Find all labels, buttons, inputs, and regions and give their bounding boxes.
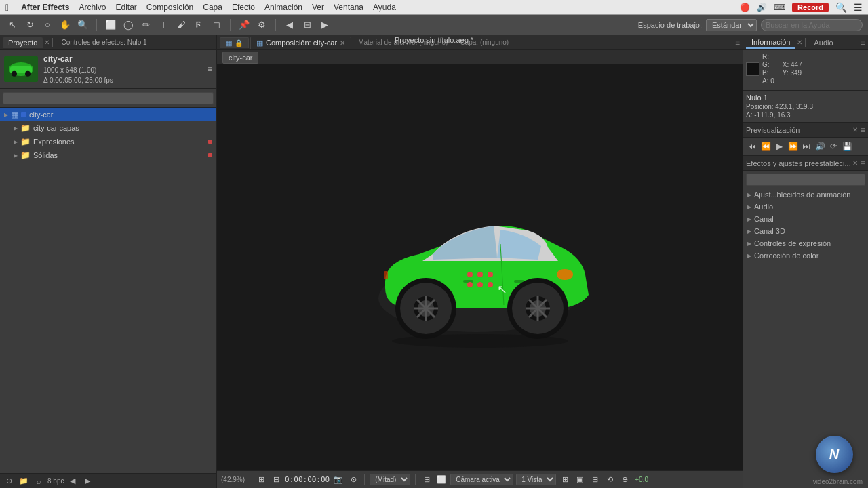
tool-shape-circle[interactable]: ◯ (121, 18, 135, 32)
tool-roto[interactable]: ⚙ (255, 18, 269, 32)
menu-animacion[interactable]: Animación (264, 3, 302, 12)
tool-rotate[interactable]: ↻ (23, 18, 37, 32)
effect-item-ajustes[interactable]: ▶ Ajust...blecidos de animación (743, 188, 868, 201)
prev-loop[interactable]: ⟳ (827, 140, 840, 152)
project-search-input[interactable] (3, 92, 214, 104)
expand-expresiones[interactable]: ▶ (14, 139, 18, 145)
effect-item-color[interactable]: ▶ Corrección de color (743, 249, 868, 262)
tab-info-close[interactable]: ✕ (797, 39, 802, 46)
preview-options[interactable]: ≡ (861, 125, 865, 135)
workspace-select[interactable]: Estándar (706, 19, 757, 31)
svg-point-10 (477, 272, 483, 277)
expand-capas[interactable]: ▶ (14, 125, 18, 131)
record-button[interactable]: Record (792, 3, 829, 12)
effects-search-input[interactable] (746, 174, 865, 186)
tab-audio[interactable]: Audio (808, 37, 838, 48)
effect-item-expresion[interactable]: ▶ Controles de expresión (743, 237, 868, 249)
effect-item-canal3d[interactable]: ▶ Canal 3D (743, 225, 868, 237)
rpanel-options[interactable]: ≡ (861, 38, 865, 47)
tool-text[interactable]: T (157, 18, 170, 32)
tool-align[interactable]: ⊟ (300, 18, 314, 32)
comp-tab-city-car[interactable]: ▦ Composición: city-car ✕ (250, 37, 351, 49)
prev-forward[interactable]: ⏩ (787, 140, 799, 152)
menu-composicion[interactable]: Composición (146, 3, 193, 12)
menubar:  After Effects Archivo Editar Composici… (0, 0, 868, 15)
panel-bottom-next[interactable]: ▶ (81, 475, 94, 487)
list-item-solidas[interactable]: ▶ 📁 Sólidas (0, 148, 216, 162)
vc-btn4[interactable]: ⟲ (604, 474, 616, 486)
tool-pan[interactable]: ✋ (58, 18, 72, 32)
car-artwork: ↖ (351, 180, 609, 356)
vc-toggle-btn[interactable]: ⊞ (420, 474, 433, 486)
prev-skip-forward[interactable]: ⏭ (800, 140, 812, 152)
menubar-icon-keyboard: ⌨ (774, 3, 785, 12)
panel-bottom-new[interactable]: ⊕ (3, 475, 15, 487)
project-options-btn[interactable]: ≡ (208, 64, 212, 74)
vc-btn3[interactable]: ⊟ (589, 474, 601, 486)
vc-grid-btn[interactable]: ⊟ (270, 474, 282, 486)
menu-archivo[interactable]: Archivo (79, 3, 106, 12)
tool-shape-rect[interactable]: ⬜ (104, 18, 117, 32)
vc-resolution-select[interactable]: (Mitad) (370, 474, 410, 485)
tool-eraser[interactable]: ◻ (210, 18, 223, 32)
tab-controles[interactable]: Controles de efectos: Nulo 1 (56, 37, 152, 47)
tool-camera-orbit[interactable]: ○ (41, 18, 54, 32)
panel-bottom-search[interactable]: ⌕ (33, 475, 45, 487)
tool-pin[interactable]: 📌 (237, 18, 251, 32)
vc-fit-btn[interactable]: ⊞ (255, 474, 267, 486)
menu-capa[interactable]: Capa (203, 3, 222, 12)
effect-item-canal[interactable]: ▶ Canal (743, 213, 868, 225)
svg-rect-16 (384, 271, 388, 279)
effects-close[interactable]: ✕ (852, 159, 858, 167)
list-item-city-car[interactable]: ▶ ▦ city-car (0, 108, 216, 121)
vc-cam-btn[interactable]: 📷 (332, 474, 344, 486)
menubar-search-icon[interactable]: 🔍 (835, 2, 847, 13)
zoom-level[interactable]: (42.9%) (221, 476, 245, 483)
prev-audio[interactable]: 🔊 (814, 140, 826, 152)
preview-close[interactable]: ✕ (852, 126, 858, 134)
tool-zoom[interactable]: 🔍 (76, 18, 90, 32)
list-item-expresiones[interactable]: ▶ 📁 Expresiones (0, 135, 216, 148)
prev-back[interactable]: ⏪ (760, 140, 772, 152)
menu-efecto[interactable]: Efecto (232, 3, 255, 12)
vc-view-select[interactable]: 1 Vista (516, 474, 556, 485)
prev-save[interactable]: 💾 (841, 140, 853, 152)
prev-skip-back[interactable]: ⏮ (746, 140, 758, 152)
comp-tab-close[interactable]: ✕ (340, 39, 345, 47)
tool-move-left[interactable]: ◀ (283, 18, 296, 32)
vc-camera-select[interactable]: Cámara activa (450, 474, 513, 485)
menu-ventana[interactable]: Ventana (334, 3, 363, 12)
tab-close-proyecto[interactable]: ✕ (44, 39, 50, 46)
g-value: G: (762, 61, 774, 68)
tab-info[interactable]: Información (746, 37, 795, 49)
menu-ver[interactable]: Ver (312, 3, 324, 12)
tool-select[interactable]: ↖ (5, 18, 19, 32)
menubar-list-icon[interactable]: ☰ (854, 2, 863, 13)
apple-menu[interactable]:  (5, 2, 9, 13)
menu-ayuda[interactable]: Ayuda (373, 3, 396, 12)
expand-city-car[interactable]: ▶ (4, 112, 8, 118)
menu-editar[interactable]: Editar (116, 3, 137, 12)
effects-options[interactable]: ≡ (861, 159, 865, 168)
prev-play[interactable]: ▶ (773, 140, 785, 152)
tool-move-right[interactable]: ▶ (318, 18, 332, 32)
comp-nav-city-car[interactable]: city-car (222, 52, 258, 64)
vc-btn1[interactable]: ⊞ (559, 474, 571, 486)
vc-btn5[interactable]: ⊕ (618, 474, 631, 486)
panel-bottom-folder[interactable]: 📁 (18, 475, 30, 487)
panel-bottom-prev[interactable]: ◀ (66, 475, 79, 487)
expand-solidas[interactable]: ▶ (14, 152, 18, 159)
main-layout: Proyecto ✕ Controles de efectos: Nulo 1 … (0, 35, 868, 488)
tab-proyecto[interactable]: Proyecto (3, 37, 43, 48)
vc-snap-btn[interactable]: ⊙ (347, 474, 359, 486)
comp-tab-options[interactable]: ≡ (735, 38, 740, 47)
tool-brush[interactable]: 🖌 (174, 18, 188, 32)
tool-shape-pen[interactable]: ✏ (139, 18, 153, 32)
help-search-input[interactable] (761, 19, 863, 31)
effect-item-audio[interactable]: ▶ Audio (743, 201, 868, 213)
list-item-city-car-capas[interactable]: ▶ 📁 city-car capas (0, 121, 216, 135)
svg-rect-7 (463, 280, 473, 283)
vc-alpha-btn[interactable]: ⬜ (435, 474, 448, 486)
vc-btn2[interactable]: ▣ (574, 474, 586, 486)
tool-stamp[interactable]: ⎘ (192, 18, 205, 32)
